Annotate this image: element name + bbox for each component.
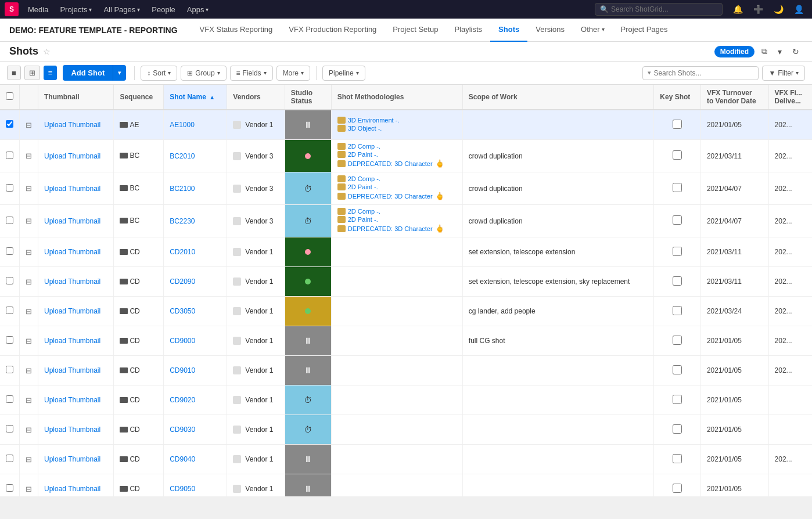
shot-name-link[interactable]: BC2100: [170, 185, 195, 193]
shot-name-link[interactable]: CD9050: [170, 485, 195, 493]
upload-thumbnail-link[interactable]: Upload Thumbnail: [44, 455, 100, 463]
row-checkbox[interactable]: [6, 152, 13, 159]
method-link[interactable]: DEPRECATED: 3D Character: [348, 193, 433, 200]
shot-name-link[interactable]: CD9040: [170, 455, 195, 463]
upload-thumbnail-link[interactable]: Upload Thumbnail: [44, 217, 100, 225]
row-checkbox[interactable]: [6, 307, 13, 314]
upload-thumbnail-link[interactable]: Upload Thumbnail: [44, 277, 100, 286]
key-shot-cell[interactable]: [654, 205, 701, 237]
key-shot-cell[interactable]: [654, 385, 701, 415]
header-sequence[interactable]: Sequence: [114, 85, 164, 110]
shot-name-link[interactable]: CD2090: [170, 277, 195, 286]
key-shot-cell[interactable]: [654, 172, 701, 205]
notifications-icon[interactable]: 🔔: [730, 3, 746, 15]
row-expand-button[interactable]: ⊟: [26, 217, 32, 225]
upload-thumbnail-link[interactable]: Upload Thumbnail: [44, 396, 100, 404]
key-shot-checkbox[interactable]: [673, 454, 682, 463]
nav-people[interactable]: People: [147, 3, 179, 16]
shot-name-link[interactable]: BC2010: [170, 152, 195, 160]
upload-thumbnail-link[interactable]: Upload Thumbnail: [44, 337, 100, 345]
row-checkbox[interactable]: [6, 336, 13, 344]
header-vfx-turnover[interactable]: VFX Turnoverto Vendor Date: [700, 85, 768, 110]
method-link[interactable]: DEPRECATED: 3D Character: [348, 160, 433, 167]
more-button[interactable]: More ▾: [276, 66, 310, 81]
shots-search[interactable]: ▾: [642, 66, 759, 80]
upload-thumbnail-link[interactable]: Upload Thumbnail: [44, 121, 100, 129]
key-shot-checkbox[interactable]: [673, 306, 682, 315]
upload-thumbnail-link[interactable]: Upload Thumbnail: [44, 366, 100, 374]
row-expand-button[interactable]: ⊟: [26, 485, 32, 493]
modified-badge[interactable]: Modified: [714, 46, 754, 57]
row-checkbox[interactable]: [6, 247, 13, 255]
key-shot-checkbox[interactable]: [673, 395, 682, 404]
row-expand-button[interactable]: ⊟: [26, 307, 32, 316]
nav-all-pages[interactable]: All Pages ▾: [99, 3, 145, 16]
row-select-cell[interactable]: [0, 140, 20, 172]
sort-button[interactable]: ↕ Sort ▾: [141, 66, 177, 81]
key-shot-checkbox[interactable]: [673, 215, 682, 225]
row-checkbox[interactable]: [6, 366, 13, 373]
shot-name-link[interactable]: AE1000: [170, 121, 195, 129]
row-select-cell[interactable]: [0, 356, 20, 385]
row-select-cell[interactable]: [0, 415, 20, 445]
row-select-cell[interactable]: [0, 297, 20, 326]
row-select-cell[interactable]: [0, 205, 20, 237]
nav-project-setup[interactable]: Project Setup: [385, 19, 446, 42]
key-shot-checkbox[interactable]: [673, 424, 682, 434]
nav-vfx-status[interactable]: VFX Status Reporting: [192, 19, 281, 42]
copy-view-icon[interactable]: ⧉: [758, 45, 771, 57]
upload-thumbnail-link[interactable]: Upload Thumbnail: [44, 152, 100, 160]
row-select-cell[interactable]: [0, 110, 20, 140]
row-select-cell[interactable]: [0, 385, 20, 415]
shot-name-link[interactable]: CD9010: [170, 366, 195, 374]
shot-name-link[interactable]: CD2010: [170, 248, 195, 256]
row-expand-button[interactable]: ⊟: [26, 121, 32, 129]
upload-thumbnail-link[interactable]: Upload Thumbnail: [44, 426, 100, 434]
row-checkbox[interactable]: [6, 184, 13, 192]
row-select-cell[interactable]: [0, 172, 20, 205]
key-shot-checkbox[interactable]: [673, 120, 682, 129]
row-checkbox[interactable]: [6, 120, 13, 128]
add-icon[interactable]: ➕: [750, 3, 767, 15]
row-expand-button[interactable]: ⊟: [26, 426, 32, 434]
method-link[interactable]: 2D Comp -.: [348, 143, 380, 150]
key-shot-checkbox[interactable]: [673, 336, 682, 345]
header-studio-status[interactable]: StudioStatus: [285, 85, 331, 110]
key-shot-checkbox[interactable]: [673, 484, 682, 493]
global-search-input[interactable]: [611, 5, 717, 13]
row-expand-button[interactable]: ⊟: [26, 396, 32, 405]
global-search[interactable]: 🔍: [595, 3, 723, 16]
nav-apps[interactable]: Apps ▾: [182, 3, 214, 16]
shots-search-input[interactable]: [653, 69, 753, 77]
add-shot-button[interactable]: Add Shot: [63, 65, 113, 81]
row-expand-button[interactable]: ⊟: [26, 277, 32, 286]
method-link[interactable]: 2D Paint -.: [348, 151, 378, 158]
upload-thumbnail-link[interactable]: Upload Thumbnail: [44, 307, 100, 315]
nav-projects[interactable]: Projects ▾: [55, 3, 96, 16]
group-button[interactable]: ⊞ Group ▾: [181, 66, 226, 81]
key-shot-checkbox[interactable]: [673, 183, 682, 192]
method-link[interactable]: 2D Paint -.: [348, 216, 378, 223]
key-shot-cell[interactable]: [654, 415, 701, 445]
row-select-cell[interactable]: [0, 237, 20, 267]
pipeline-button[interactable]: Pipeline ▾: [322, 66, 365, 81]
key-shot-checkbox[interactable]: [673, 365, 682, 374]
favorite-star-icon[interactable]: ☆: [43, 47, 51, 56]
nav-playlists[interactable]: Playlists: [446, 19, 490, 42]
grid-view-button[interactable]: ⊞: [24, 66, 40, 80]
header-vendors[interactable]: Vendors: [227, 85, 285, 110]
key-shot-cell[interactable]: [654, 326, 701, 356]
row-expand-button[interactable]: ⊟: [26, 184, 32, 193]
row-checkbox[interactable]: [6, 484, 13, 492]
list-view-button[interactable]: ■: [7, 66, 21, 80]
add-shot-dropdown-arrow[interactable]: ▾: [113, 65, 126, 81]
row-checkbox[interactable]: [6, 395, 13, 403]
row-select-cell[interactable]: [0, 267, 20, 297]
key-shot-cell[interactable]: [654, 445, 701, 474]
method-link[interactable]: 3D Environment -.: [348, 117, 400, 124]
app-logo[interactable]: S: [5, 2, 19, 16]
header-key-shot[interactable]: Key Shot: [654, 85, 701, 110]
upload-thumbnail-link[interactable]: Upload Thumbnail: [44, 248, 100, 256]
filter-button[interactable]: ▼ Filter ▾: [762, 66, 805, 81]
row-checkbox[interactable]: [6, 217, 13, 224]
